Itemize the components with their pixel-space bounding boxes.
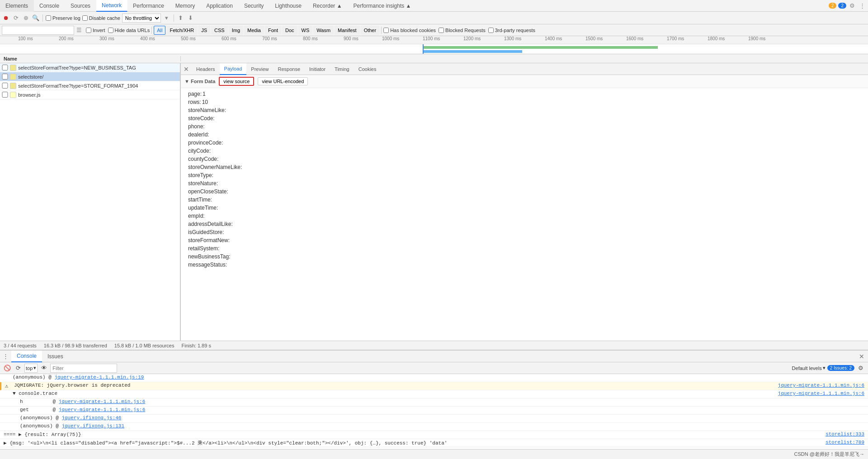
filter-type-other[interactable]: Other — [361, 26, 380, 35]
disable-cache-text: Disable cache — [89, 15, 120, 21]
payload-tabs: ✕ Headers Payload Preview Response Initi… — [181, 63, 868, 75]
payload-tab-payload[interactable]: Payload — [220, 63, 247, 75]
view-url-encoded-btn[interactable]: view URL-encoded — [258, 77, 308, 85]
link-ifixong131[interactable]: jquery.ifixong.js:131 — [61, 423, 124, 429]
filter-icon[interactable]: ⊕ — [22, 14, 30, 22]
throttle-select[interactable]: No throttling — [122, 14, 161, 23]
tab-network[interactable]: Network — [96, 0, 127, 12]
link-h[interactable]: jquery-migrate-1.1.1.min.js:6 — [59, 399, 145, 404]
field-rows: rows: 10 — [188, 98, 861, 106]
console-clear-btn[interactable]: 🚫 — [3, 364, 12, 373]
payload-tab-headers[interactable]: Headers — [192, 63, 220, 75]
tab-memory[interactable]: Memory — [170, 0, 201, 12]
record-btn[interactable]: ⏺ — [2, 14, 10, 22]
tab-recorder[interactable]: Recorder ▲ — [307, 0, 348, 12]
requests-count: 3 / 44 requests — [4, 343, 37, 348]
wf-bar-2 — [423, 50, 522, 53]
tl-400: 400 ms — [140, 36, 155, 41]
has-blocked-checkbox[interactable] — [383, 28, 389, 33]
settings-icon[interactable]: ⚙ — [848, 2, 856, 10]
payload-tab-initiator[interactable]: Initiator — [305, 63, 330, 75]
has-blocked-label[interactable]: Has blocked cookies — [383, 28, 436, 33]
hide-data-urls-checkbox[interactable] — [108, 28, 113, 33]
tab-application[interactable]: Application — [201, 0, 239, 12]
payload-tab-preview[interactable]: Preview — [246, 63, 273, 75]
storelist-789[interactable]: storelist:789 — [826, 440, 864, 445]
request-row-1[interactable]: selectStoreFormatTree?type=NEW_BUSINESS_… — [0, 63, 180, 72]
import-icon[interactable]: ⬆ — [177, 14, 185, 22]
default-levels-label[interactable]: Default levels ▾ — [792, 365, 826, 371]
request-row-3[interactable]: selectStoreFormatTree?type=STORE_FORMAT_… — [0, 81, 180, 90]
top-right-icons: 2 2 ⚙ ⋮ — [829, 2, 868, 10]
view-source-btn[interactable]: view source — [219, 77, 254, 86]
payload-tab-response[interactable]: Response — [273, 63, 305, 75]
search-icon[interactable]: 🔍 — [32, 14, 40, 22]
console-settings-icon[interactable]: ⚙ — [856, 364, 865, 373]
filter-type-font[interactable]: Font — [265, 26, 281, 35]
filter-type-manifest[interactable]: Manifest — [335, 26, 360, 35]
attribution-text: CSDN @老师好！我是羊尼飞→ — [794, 451, 864, 458]
third-party-text: 3rd-party requests — [495, 28, 535, 33]
filter-type-all[interactable]: All — [154, 26, 165, 35]
filter-type-doc[interactable]: Doc — [282, 26, 297, 35]
payload-tab-cookies[interactable]: Cookies — [354, 63, 381, 75]
export-icon[interactable]: ⬇ — [187, 14, 195, 22]
transferred-size: 16.3 kB / 98.9 kB transferred — [44, 343, 107, 348]
console-filter-input[interactable] — [50, 364, 117, 373]
preserve-log-label[interactable]: Preserve log — [46, 15, 80, 21]
invert-label[interactable]: Invert — [86, 28, 105, 33]
more-icon[interactable]: ⋮ — [858, 2, 866, 10]
refresh-btn[interactable]: ⟳ — [12, 14, 20, 22]
console-tab-issues[interactable]: Issues — [42, 351, 69, 362]
filter-input[interactable] — [2, 26, 74, 35]
tab-performance-insights[interactable]: Performance insights ▲ — [348, 0, 417, 12]
request-checkbox-2[interactable] — [2, 74, 8, 80]
tab-console[interactable]: Console — [34, 0, 65, 12]
invert-checkbox[interactable] — [86, 28, 91, 33]
disable-cache-checkbox[interactable] — [82, 15, 88, 21]
storelist-333[interactable]: storelist:333 — [826, 431, 864, 437]
tab-security[interactable]: Security — [239, 0, 269, 12]
disable-cache-label[interactable]: Disable cache — [82, 15, 120, 21]
request-row-2[interactable]: selectstore/ — [0, 72, 180, 81]
throttle-icon[interactable]: ▾ — [163, 14, 171, 22]
request-row-4[interactable]: browser.js — [0, 90, 180, 99]
tab-sources[interactable]: Sources — [65, 0, 96, 12]
request-checkbox-1[interactable] — [2, 65, 8, 70]
link-1[interactable]: jquery-migrate-1.1.1.min.js:19 — [54, 375, 144, 380]
filter-type-img[interactable]: Img — [229, 26, 243, 35]
console-refresh-btn[interactable]: ⟳ — [14, 364, 23, 373]
link-get[interactable]: jquery-migrate-1.1.1.min.js:6 — [59, 407, 145, 412]
console-menu-icon[interactable]: ⋮ — [0, 353, 11, 360]
hide-data-urls-label[interactable]: Hide data URLs — [108, 28, 150, 33]
filter-options-icon[interactable]: ☰ — [75, 26, 83, 34]
link-ifixong46[interactable]: jquery.ifixong.js:46 — [61, 415, 121, 421]
filter-type-wasm[interactable]: Wasm — [313, 26, 334, 35]
blocked-requests-checkbox[interactable] — [439, 28, 444, 33]
preserve-log-checkbox[interactable] — [46, 15, 51, 21]
tab-lighthouse[interactable]: Lighthouse — [269, 0, 307, 12]
third-party-label[interactable]: 3rd-party requests — [488, 28, 535, 33]
request-checkbox-3[interactable] — [2, 83, 8, 89]
blocked-requests-label[interactable]: Blocked Requests — [439, 28, 486, 33]
close-pane-btn[interactable]: ✕ — [181, 66, 192, 73]
filter-type-css[interactable]: CSS — [211, 26, 228, 35]
filter-type-fetch[interactable]: Fetch/XHR — [166, 26, 197, 35]
close-console-btn[interactable]: ✕ — [859, 353, 864, 360]
name-header: Name — [0, 56, 181, 61]
tl-1400: 1400 ms — [545, 36, 562, 41]
console-tab-console[interactable]: Console — [11, 351, 42, 362]
tab-elements[interactable]: Elements — [0, 0, 34, 12]
tab-performance[interactable]: Performance — [127, 0, 170, 12]
trace-filename[interactable]: jquery-migrate-1.1.1.min.js:6 — [778, 391, 864, 396]
filter-type-ws[interactable]: WS — [298, 26, 313, 35]
third-party-checkbox[interactable] — [488, 28, 494, 33]
request-checkbox-4[interactable] — [2, 92, 8, 98]
payload-tab-timing[interactable]: Timing — [330, 63, 354, 75]
eye-icon[interactable]: 👁 — [39, 364, 48, 373]
filter-type-js[interactable]: JS — [198, 26, 210, 35]
top-context-select[interactable]: top ▾ — [24, 364, 38, 373]
filter-type-media[interactable]: Media — [244, 26, 264, 35]
warn-filename[interactable]: jquery-migrate-1.1.1.min.js:6 — [778, 383, 864, 388]
timeline-labels: 100 ms 200 ms 300 ms 400 ms 500 ms 600 m… — [0, 36, 868, 44]
